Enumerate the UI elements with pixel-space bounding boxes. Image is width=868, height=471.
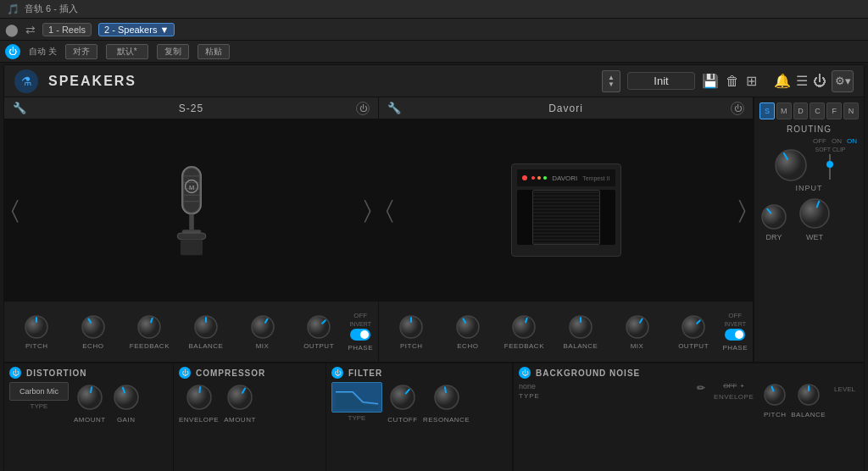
channel2-mix-knob-group: MIX xyxy=(609,313,665,350)
filter-resonance-knob[interactable] xyxy=(431,382,462,413)
filter-power-btn[interactable]: ⏻ xyxy=(331,367,343,379)
compressor-amount-label: AMOUNT xyxy=(224,416,256,424)
channel1-mix-knob[interactable] xyxy=(249,313,276,341)
distortion-gain-knob[interactable] xyxy=(111,382,142,413)
channel1-balance-knob[interactable] xyxy=(192,313,220,341)
routing-off-label: OFF xyxy=(813,137,826,145)
bg-noise-balance-label: BALANCE xyxy=(791,411,826,418)
channel1-output-knob[interactable] xyxy=(305,313,332,341)
channel1-feedback-knob[interactable] xyxy=(136,313,163,341)
preset-save-btn[interactable]: 💾 xyxy=(702,73,719,89)
power-button[interactable]: ⏻ xyxy=(5,44,20,59)
amp-brand: DAVORI xyxy=(552,175,577,182)
channel2-echo-knob[interactable] xyxy=(454,313,481,341)
channel1-prev-btn[interactable]: 〈 xyxy=(11,197,19,224)
svg-point-45 xyxy=(114,385,138,409)
paste-btn[interactable]: 粘贴 xyxy=(198,44,230,59)
amp-leds xyxy=(531,176,547,180)
channel2-prev-btn[interactable]: 〈 xyxy=(386,197,393,224)
filter-type-display[interactable] xyxy=(331,382,382,413)
bg-noise-pencil-btn[interactable]: ✏ xyxy=(697,382,705,394)
gear-btn[interactable]: ⚙▾ xyxy=(832,70,854,92)
routing-tab-f[interactable]: F xyxy=(826,103,842,119)
compressor-power-btn[interactable]: ⏻ xyxy=(179,367,191,379)
channel2-balance-knob[interactable] xyxy=(567,313,594,341)
distortion-gain-group: GAIN xyxy=(111,382,142,424)
channel1-pitch-knob[interactable] xyxy=(23,313,50,341)
plugin-body: 🔧 S-25 ⏻ 〈 xyxy=(4,97,864,362)
routing-dry-group: DRY xyxy=(760,202,788,241)
track-slot2-btn[interactable]: 2 - Speakers ▼ xyxy=(98,23,175,36)
svg-point-15 xyxy=(82,316,104,338)
channel1-power-btn[interactable]: ⏻ xyxy=(356,102,370,115)
plugin-title: SPEAKERS xyxy=(48,74,136,89)
svg-marker-51 xyxy=(336,392,378,409)
compressor-amount-group: AMOUNT xyxy=(224,382,256,424)
bell-btn[interactable]: 🔔 xyxy=(774,73,791,89)
routing-tab-m[interactable]: M xyxy=(776,103,792,119)
channel2-pitch-knob[interactable] xyxy=(398,313,425,341)
preset-grid-btn[interactable]: ⊞ xyxy=(746,73,757,89)
menu-btn[interactable]: ☰ xyxy=(796,73,808,89)
channel2-balance-knob-group: BALANCE xyxy=(554,313,609,350)
soft-clip-handle[interactable] xyxy=(826,161,833,168)
routing-tab-d[interactable]: D xyxy=(793,103,809,119)
routing-dry-wet-row: DRY WET xyxy=(760,196,859,241)
channel1-mix-knob-group: MIX xyxy=(235,313,290,350)
preset-arrow-btn[interactable]: ▲ ▼ xyxy=(602,70,620,92)
routing-wet-knob[interactable] xyxy=(797,196,832,231)
copy-btn[interactable]: 复制 xyxy=(157,44,189,59)
routing-wet-group: WET xyxy=(797,196,832,241)
channel1-balance-label: BALANCE xyxy=(189,342,224,350)
channel1-echo-knob[interactable] xyxy=(80,313,107,341)
compressor-amount-knob[interactable] xyxy=(225,382,255,413)
filter-cutoff-knob[interactable] xyxy=(387,382,418,413)
compressor-envelope-knob[interactable] xyxy=(184,382,214,413)
channel1-wrench-icon[interactable]: 🔧 xyxy=(13,102,26,114)
routing-input-knob[interactable] xyxy=(772,147,810,184)
bg-noise-type-section: none TYPE xyxy=(519,382,540,400)
preset-delete-btn[interactable]: 🗑 xyxy=(726,74,739,89)
distortion-type-box[interactable]: Carbon Mic xyxy=(9,382,69,401)
routing-tab-c[interactable]: C xyxy=(810,103,825,119)
channel1-display: 〈 M xyxy=(4,119,378,301)
channel2-wrench-icon[interactable]: 🔧 xyxy=(387,102,401,114)
distortion-amount-knob[interactable] xyxy=(75,382,105,413)
channel2-feedback-knob[interactable] xyxy=(510,313,537,341)
bg-noise-pitch-knob[interactable] xyxy=(762,382,787,407)
title-bar-text: 音轨 6 - 插入 xyxy=(25,3,78,15)
power-main-btn[interactable]: ⏻ xyxy=(813,74,826,89)
track-slot1-btn[interactable]: 1 - Reels xyxy=(42,23,92,36)
bg-noise-power-btn[interactable]: ⏻ xyxy=(519,367,531,379)
off-plus-row: OFF + xyxy=(723,382,744,390)
channel1-mix-label: MIX xyxy=(256,342,270,350)
wet-label: WET xyxy=(806,233,823,241)
bg-noise-balance-knob[interactable] xyxy=(796,382,821,407)
channel1-next-btn[interactable]: 〉 xyxy=(364,197,371,224)
routing-tab-n[interactable]: N xyxy=(843,103,859,119)
filter-knobs: TYPE CUTOFF RESONANCE xyxy=(331,382,507,468)
channel2-pitch-label: PITCH xyxy=(400,342,423,350)
channel2-mix-knob[interactable] xyxy=(624,313,651,341)
svg-point-27 xyxy=(457,316,479,338)
routing-dry-knob[interactable] xyxy=(760,202,788,231)
channel2-phase-label: PHASE xyxy=(722,344,748,352)
channel2-phase-toggle[interactable] xyxy=(725,329,745,341)
compressor-knobs: ENVELOPE AMOUNT xyxy=(179,382,320,468)
routing-tab-s[interactable]: S xyxy=(760,103,775,119)
level-label: LEVEL xyxy=(834,385,855,393)
default-btn[interactable]: 默认* xyxy=(106,44,148,59)
track-arrows: ⇄ xyxy=(25,23,36,36)
channel2-next-btn[interactable]: 〉 xyxy=(738,197,746,224)
title-bar: 🎵 音轨 6 - 插入 xyxy=(0,0,868,19)
align-btn[interactable]: 对齐 xyxy=(65,44,97,59)
channel1-phase-group: OFF INVERT PHASE xyxy=(348,312,373,352)
channel1-feedback-label: FEEDBACK xyxy=(130,342,170,350)
channel2-phase-off: OFF xyxy=(728,312,742,319)
channel1-phase-toggle[interactable] xyxy=(350,329,370,341)
channel2-output-knob[interactable] xyxy=(680,313,707,341)
plugin-logo: ⚗ xyxy=(14,69,38,93)
channel2-power-btn[interactable]: ⏻ xyxy=(731,102,744,115)
preset-controls: ▲ ▼ Init 💾 🗑 ⊞ xyxy=(602,70,757,92)
distortion-power-btn[interactable]: ⏻ xyxy=(9,367,21,379)
